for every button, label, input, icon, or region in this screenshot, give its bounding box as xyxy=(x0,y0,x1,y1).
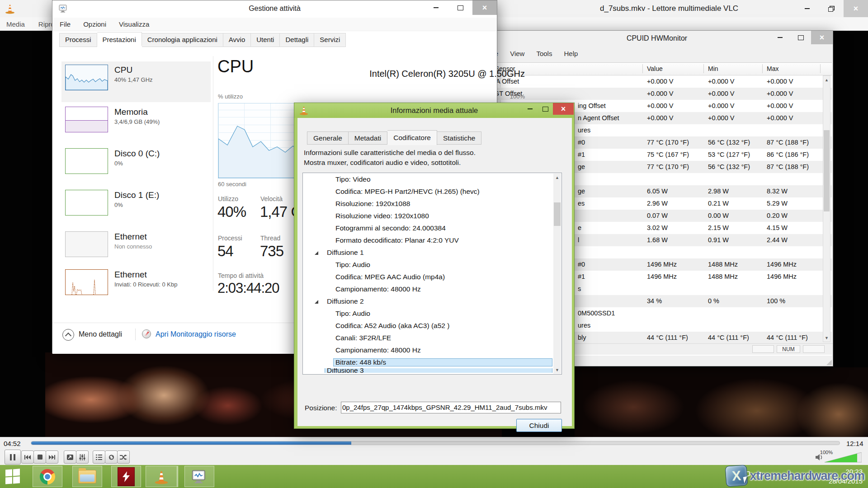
memory-mini-graph xyxy=(65,107,108,132)
codec-line[interactable]: Tipo: Audio xyxy=(303,258,561,271)
cpu-model-name: Intel(R) Celeron(R) 3205U @ 1.50GHz xyxy=(217,69,525,79)
next-button[interactable] xyxy=(46,450,58,464)
codec-line[interactable]: Risoluzione video: 868x488 xyxy=(303,210,561,222)
vlc-menu-item[interactable]: Media xyxy=(6,20,25,28)
taskman-tab[interactable]: Servizi xyxy=(314,33,346,47)
hwmonitor-close-button[interactable]: × xyxy=(811,31,833,44)
taskman-menu-item[interactable]: Opzioni xyxy=(83,20,106,28)
loop-button[interactable] xyxy=(105,450,118,464)
less-details-button[interactable]: Meno dettagli xyxy=(79,330,122,338)
scroll-down-icon[interactable]: ▼ xyxy=(823,334,830,342)
column-min[interactable]: Min xyxy=(708,65,718,72)
codec-line[interactable]: Canali: 3F2R/LFE xyxy=(303,332,561,344)
taskbar-vlc-button[interactable] xyxy=(146,466,178,487)
sidebar-item-cpu[interactable]: CPU 40% 1,47 GHz xyxy=(61,61,211,102)
taskbar-explorer-button[interactable] xyxy=(72,466,102,487)
taskbar-hwmonitor-button[interactable] xyxy=(111,466,141,487)
codec-line[interactable]: Codifica: MPEG AAC Audio (mp4a) xyxy=(303,271,561,283)
hwmonitor-scrollbar[interactable]: ▲ ▼ xyxy=(823,75,830,342)
vlc-seek-bar[interactable] xyxy=(31,441,840,445)
vlc-minimize-button[interactable] xyxy=(795,0,819,17)
scroll-up-icon[interactable]: ▲ xyxy=(554,174,561,181)
codec-line[interactable]: Diffusione 3 xyxy=(303,368,561,373)
scroll-down-icon[interactable]: ▼ xyxy=(554,366,561,374)
sidebar-item-memory[interactable]: Memoria 3,4/6,9 GB (49%) xyxy=(61,103,211,144)
start-button[interactable] xyxy=(5,468,26,484)
column-value[interactable]: Value xyxy=(647,65,663,72)
position-field[interactable]: 0p_24fps_27qp_1474kbps_GPSNR_42.29_HM11_… xyxy=(341,402,561,413)
dialog-tab[interactable]: Generale xyxy=(307,131,349,145)
hwmonitor-maximize-button[interactable] xyxy=(790,31,811,44)
taskman-tab[interactable]: Processi xyxy=(59,33,97,47)
scroll-thumb[interactable] xyxy=(824,130,830,211)
codec-line[interactable]: Risoluzione: 1920x1088 xyxy=(303,197,561,210)
codec-line[interactable]: Tipo: Audio xyxy=(303,307,561,319)
taskman-tab[interactable]: Avvio xyxy=(223,33,251,47)
taskman-minimize-button[interactable] xyxy=(424,0,448,15)
hwmonitor-minimize-button[interactable] xyxy=(769,31,790,44)
sidebar-eth2-title: Ethernet xyxy=(114,270,177,280)
previous-button[interactable] xyxy=(21,450,34,464)
scroll-up-icon[interactable]: ▲ xyxy=(823,76,830,84)
dialog-close-button[interactable]: × xyxy=(553,103,574,115)
hwmonitor-menu-item[interactable]: View xyxy=(510,50,524,57)
vlc-close-button[interactable]: × xyxy=(844,0,868,17)
taskman-tab[interactable]: Cronologia applicazioni xyxy=(142,33,223,47)
taskman-menu-item[interactable]: Visualizza xyxy=(119,20,149,28)
task-manager-icon xyxy=(191,469,208,484)
codec-line[interactable]: Codifica: MPEG-H Part2/HEVC (H.265) (hev… xyxy=(303,185,561,197)
hwmonitor-menu-item[interactable]: Tools xyxy=(536,50,552,57)
dialog-tab[interactable]: Metadati xyxy=(349,131,387,145)
sidebar-item-disk1[interactable]: Disco 1 (E:) 0% xyxy=(61,187,211,227)
dialog-scrollbar[interactable]: ▲ ▼ xyxy=(553,174,561,374)
codec-line[interactable]: Formato decodificato: Planar 4:2:0 YUV xyxy=(303,234,561,246)
dialog-content: GeneraleMetadatiCodificatoreStatistiche … xyxy=(297,118,572,426)
equalizer-button[interactable] xyxy=(76,450,89,464)
vlc-cone-icon xyxy=(299,105,309,115)
resize-grip[interactable] xyxy=(826,360,832,365)
pause-button[interactable] xyxy=(5,450,21,465)
shuffle-button[interactable] xyxy=(117,450,130,464)
column-max[interactable]: Max xyxy=(767,65,778,72)
open-resource-monitor-link[interactable]: Apri Monitoraggio risorse xyxy=(156,330,236,338)
close-button[interactable]: Chiudi xyxy=(516,419,562,432)
codec-line[interactable]: Codifica: A52 Audio (aka AC3) (a52 ) xyxy=(303,319,561,332)
dialog-minimize-button[interactable] xyxy=(522,103,538,115)
codec-line[interactable]: Tipo: Video xyxy=(303,173,561,185)
sidebar-item-ethernet2[interactable]: Ethernet Inviati: 0 Ricevuti: 0 Kbp xyxy=(61,266,211,307)
hwmonitor-table-header[interactable]: Sensor Value Min Max xyxy=(482,63,832,75)
stop-button[interactable] xyxy=(33,450,46,464)
taskbar-chrome-button[interactable] xyxy=(33,466,62,487)
codec-line[interactable]: Diffusione 2 xyxy=(303,295,561,307)
taskbar-taskmanager-button[interactable] xyxy=(184,466,214,487)
fullscreen-button[interactable] xyxy=(64,450,76,464)
folder-icon xyxy=(78,470,96,483)
codec-line[interactable]: Diffusione 1 xyxy=(303,246,561,258)
graph-x-label: 60 secondi xyxy=(218,181,246,188)
codec-tree-list[interactable]: Tipo: VideoCodifica: MPEG-H Part2/HEVC (… xyxy=(302,173,562,375)
taskman-close-button[interactable]: × xyxy=(472,0,497,15)
hwmonitor-menu-item[interactable]: Help xyxy=(564,50,578,57)
codec-line[interactable]: Campionamento: 48000 Hz xyxy=(303,344,561,356)
dialog-tab[interactable]: Statistiche xyxy=(437,131,482,145)
scroll-thumb[interactable] xyxy=(554,202,561,226)
sidebar-item-disk0[interactable]: Disco 0 (C:) 0% xyxy=(61,145,211,186)
codec-line[interactable]: Fotogrammi al secondo: 24.000384 xyxy=(303,222,561,234)
collapse-icon[interactable] xyxy=(62,329,74,341)
sensor-row[interactable]: GT Offset +0.000 V +0.000 V +0.000 V xyxy=(482,88,832,100)
playlist-button[interactable] xyxy=(93,450,105,464)
dialog-maximize-button[interactable] xyxy=(538,103,553,115)
sensor-row[interactable]: IA Offset +0.000 V +0.000 V +0.000 V xyxy=(482,75,832,88)
taskman-maximize-button[interactable] xyxy=(448,0,472,15)
taskman-tab[interactable]: Utenti xyxy=(251,33,280,47)
sidebar-item-ethernet1[interactable]: Ethernet Non connesso xyxy=(61,228,211,269)
vlc-cone-icon xyxy=(154,469,169,484)
volume-slider[interactable] xyxy=(825,452,862,463)
taskman-tab[interactable]: Prestazioni xyxy=(97,32,142,46)
taskman-menu-item[interactable]: File xyxy=(60,20,71,28)
codec-line[interactable]: Campionamento: 48000 Hz xyxy=(303,283,561,295)
dialog-tab[interactable]: Codificatore xyxy=(387,130,437,145)
taskman-tab[interactable]: Dettagli xyxy=(280,33,314,47)
codec-line[interactable]: Bitrate: 448 kb/s xyxy=(303,356,561,368)
vlc-restore-button[interactable] xyxy=(819,0,844,17)
